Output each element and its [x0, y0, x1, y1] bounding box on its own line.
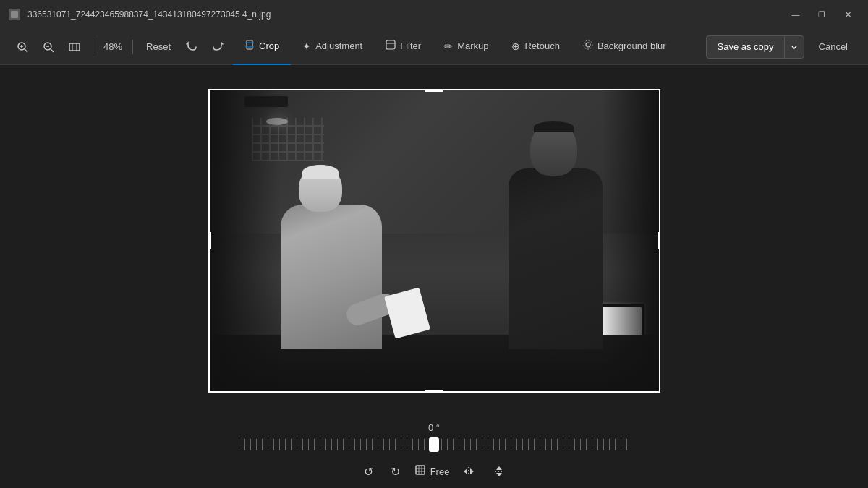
redo-button[interactable] — [207, 36, 229, 58]
tick-marks — [239, 439, 629, 450]
free-crop-button[interactable]: Free — [407, 461, 457, 481]
nav-tabs: Crop ✦ Adjustment Filter ✏ Markup ⊕ Reto… — [233, 29, 678, 65]
flip-horizontal-button[interactable] — [456, 459, 481, 484]
angle-display: 0 ° — [428, 422, 440, 433]
toolbar-divider — [93, 40, 93, 54]
tab-adjustment[interactable]: ✦ Adjustment — [291, 29, 374, 65]
bottom-toolbar: ↺ ↻ Free — [96, 455, 773, 488]
undo-button[interactable] — [181, 36, 203, 58]
save-as-copy-button[interactable]: Save as copy — [706, 35, 783, 59]
rotate-cw-icon: ↻ — [391, 465, 400, 479]
window-title: 336531071_724423465988374_14341318049727… — [27, 9, 777, 20]
reset-button[interactable]: Reset — [140, 38, 176, 55]
rotate-cw-button[interactable]: ↻ — [383, 462, 407, 481]
toolbar-right: Save as copy Cancel — [682, 35, 856, 59]
p1-hair — [302, 165, 339, 179]
svg-point-18 — [584, 40, 592, 49]
svg-point-17 — [586, 43, 590, 47]
maximize-button[interactable]: ❐ — [810, 4, 833, 25]
p2-head — [530, 121, 577, 176]
close-button[interactable]: ✕ — [836, 4, 859, 25]
bottom-controls: 0 ° — [239, 416, 629, 455]
tab-background-blur[interactable]: Background blur — [571, 29, 678, 65]
tab-adjustment-label: Adjustment — [315, 40, 362, 51]
slider-thumb[interactable] — [429, 437, 439, 452]
bottom-right-tools — [456, 459, 511, 484]
tab-markup-label: Markup — [457, 40, 488, 51]
rotation-slider-container — [239, 437, 629, 452]
rotate-ccw-button[interactable]: ↺ — [357, 462, 380, 481]
image-area — [0, 65, 868, 416]
flip-h-icon — [462, 465, 475, 478]
rotation-track[interactable] — [239, 437, 629, 452]
p2-body — [509, 168, 603, 349]
tab-filter[interactable]: Filter — [374, 29, 433, 65]
shadow-right — [603, 89, 660, 393]
svg-rect-9 — [69, 43, 80, 51]
adjustment-icon: ✦ — [302, 40, 311, 52]
main-content: 0 ° ↺ ↻ — [0, 65, 868, 488]
p1-head — [299, 165, 342, 212]
minimize-button[interactable]: — — [784, 4, 807, 25]
svg-rect-15 — [386, 40, 395, 49]
tab-crop-label: Crop — [259, 40, 279, 51]
app-icon — [9, 9, 20, 20]
flip-vertical-button[interactable] — [487, 459, 511, 484]
zoom-in-button[interactable] — [12, 36, 33, 58]
svg-line-7 — [51, 49, 54, 52]
filter-icon — [386, 40, 396, 52]
tab-markup[interactable]: ✏ Markup — [433, 29, 500, 65]
zoom-level: 48% — [101, 41, 125, 52]
window-controls: — ❐ ✕ — [784, 4, 859, 25]
fit-view-button[interactable] — [64, 36, 85, 58]
person1 — [281, 205, 382, 349]
crop-container[interactable] — [208, 89, 660, 393]
markup-icon: ✏ — [444, 40, 453, 52]
tab-retouch[interactable]: ⊕ Retouch — [500, 29, 571, 65]
background-blur-icon — [583, 40, 593, 52]
chevron-down-icon — [791, 43, 798, 51]
title-bar: 336531071_724423465988374_14341318049727… — [0, 0, 868, 29]
svg-rect-12 — [247, 40, 252, 49]
free-label: Free — [430, 466, 450, 477]
p1-body — [281, 205, 382, 349]
save-copy-dropdown-button[interactable] — [784, 35, 804, 59]
svg-rect-19 — [416, 466, 425, 474]
photo-canvas — [208, 89, 660, 393]
toolbar-divider-2 — [132, 40, 133, 54]
person2 — [509, 168, 603, 349]
svg-rect-1 — [11, 11, 18, 18]
svg-line-3 — [25, 49, 27, 52]
free-crop-icon — [414, 464, 426, 479]
save-copy-group: Save as copy — [706, 35, 804, 59]
tab-filter-label: Filter — [400, 40, 421, 51]
tab-background-blur-label: Background blur — [597, 40, 666, 51]
toolbar: 48% Reset Crop — [0, 29, 868, 65]
flip-v-icon — [493, 465, 506, 478]
toolbar-left: 48% Reset — [12, 36, 229, 58]
cancel-button[interactable]: Cancel — [810, 38, 856, 55]
shadow-left — [208, 89, 281, 393]
retouch-icon: ⊕ — [511, 40, 520, 52]
rotate-ccw-icon: ↺ — [364, 465, 373, 479]
zoom-out-button[interactable] — [38, 36, 59, 58]
tab-crop[interactable]: Crop — [233, 29, 291, 65]
tab-retouch-label: Retouch — [524, 40, 559, 51]
p2-hair — [534, 121, 574, 132]
crop-icon — [244, 40, 255, 52]
